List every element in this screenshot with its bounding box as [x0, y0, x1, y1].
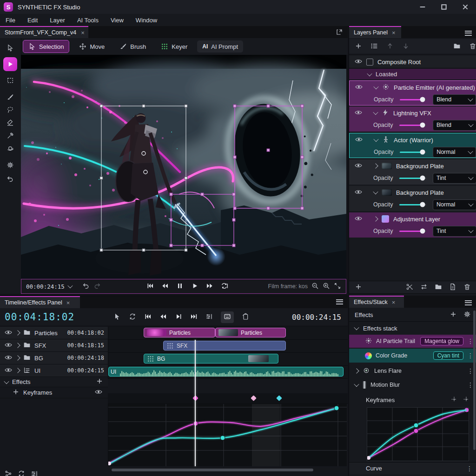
clip-particles-1[interactable]: Particles: [144, 328, 215, 337]
popout-icon[interactable]: [336, 28, 343, 37]
undo-tool-icon[interactable]: [3, 173, 17, 185]
chevron-right-icon[interactable]: [373, 163, 378, 168]
clip-sfx[interactable]: SFX: [163, 341, 286, 350]
timeline-select-icon[interactable]: [113, 313, 121, 322]
menu-item-file[interactable]: File: [6, 17, 15, 24]
add-layer-icon[interactable]: [355, 42, 362, 51]
effect-row-color-grade[interactable]: Color Grade Cyan tint ⋮: [349, 349, 476, 363]
keyframes-row[interactable]: Keyframes: [0, 387, 108, 398]
zoom-in-icon[interactable]: [323, 282, 330, 291]
lane-bg[interactable]: BG: [108, 353, 348, 366]
play-icon[interactable]: [191, 282, 198, 291]
tool-ai-prompt-button[interactable]: AI AI Prompt: [197, 40, 243, 53]
effect-row-lens-flare[interactable]: Lens Flare ⋮: [349, 364, 476, 377]
timeline-loop-icon[interactable]: [129, 313, 136, 322]
track-row-particles[interactable]: Particles 00:04:18:02: [0, 327, 108, 339]
chevron-down-icon[interactable]: [354, 382, 359, 387]
blend-mode-dropdown[interactable]: Tint: [433, 226, 476, 237]
track-row-ui[interactable]: UI 00:00:24:15: [0, 364, 108, 377]
layer-row-particle-emitter[interactable]: Particle Emitter (AI generated) Opacity …: [349, 80, 476, 106]
blend-mode-dropdown[interactable]: Blend: [433, 94, 476, 105]
loop-icon[interactable]: [221, 282, 228, 291]
composition-viewport[interactable]: [21, 55, 346, 279]
track-row-bg[interactable]: BG 00:00:24:18: [0, 352, 108, 364]
timeline-tab-close-icon[interactable]: ×: [66, 299, 70, 306]
skip-start-icon[interactable]: [146, 282, 154, 291]
timeline-step-forward-icon[interactable]: [175, 313, 182, 322]
opacity-slider[interactable]: [400, 152, 426, 153]
effect-options-icon[interactable]: ⋮: [467, 337, 474, 345]
curve-editor[interactable]: [108, 404, 347, 466]
layer-row-lightning-vfx[interactable]: Lightning VFX Opacity Blend: [349, 106, 476, 132]
document-icon[interactable]: [449, 283, 456, 292]
timeline-sliders-icon[interactable]: [205, 313, 213, 322]
opacity-slider[interactable]: [400, 99, 426, 100]
chevron-right-icon[interactable]: [373, 216, 378, 221]
timeline-tab[interactable]: Timeline/Effects Panel ×: [0, 296, 80, 308]
chevron-right-icon[interactable]: [15, 368, 20, 373]
eye-icon[interactable]: [355, 58, 362, 66]
eye-icon[interactable]: [355, 188, 362, 197]
viewport-timecode[interactable]: 00:00:24:15: [26, 283, 65, 290]
play-tool-icon[interactable]: [3, 57, 17, 71]
effects-stack-group[interactable]: Effects stack: [349, 323, 476, 334]
minimize-button[interactable]: [412, 0, 433, 14]
eye-icon[interactable]: [355, 83, 363, 92]
menu-item-view[interactable]: View: [111, 17, 124, 24]
layer-row-background-plate-2[interactable]: Background Plate Opacity Normal: [349, 186, 476, 211]
eye-icon[interactable]: [5, 354, 12, 363]
eye-icon[interactable]: [5, 329, 12, 337]
eye-icon[interactable]: [95, 388, 102, 397]
settings-tool-icon[interactable]: [3, 159, 17, 171]
timeline-skip-end-icon[interactable]: [190, 313, 198, 322]
chevron-down-icon[interactable]: [373, 110, 378, 115]
chevron-right-icon[interactable]: [15, 355, 20, 360]
eraser-tool-icon[interactable]: [3, 117, 17, 129]
cut-icon[interactable]: [406, 283, 413, 292]
tool-brush-button[interactable]: Brush: [114, 40, 151, 53]
lane-particles[interactable]: Particles Particles: [108, 327, 348, 340]
chevron-down-icon[interactable]: [373, 189, 378, 194]
layer-checkbox[interactable]: [366, 59, 373, 66]
maximize-button[interactable]: [433, 0, 455, 14]
folder-icon[interactable]: [435, 283, 442, 292]
timecode-dropdown-icon[interactable]: [67, 283, 73, 288]
layer-row-background-plate-1[interactable]: Background Plate Opacity Tint: [349, 159, 476, 185]
eye-icon[interactable]: [355, 162, 362, 171]
scrollbar-thumb[interactable]: [112, 469, 313, 471]
eye-icon[interactable]: [5, 366, 12, 375]
close-button[interactable]: [455, 0, 476, 14]
keyframe-marker-row[interactable]: [108, 393, 348, 404]
trash-icon[interactable]: [463, 283, 471, 292]
fit-view-icon[interactable]: [334, 282, 341, 291]
chevron-right-icon[interactable]: [354, 368, 359, 373]
track-row-sfx[interactable]: SFX 00:04:18:15: [0, 339, 108, 352]
layers-menu-icon[interactable]: [465, 29, 472, 37]
sync-status-icon[interactable]: [18, 470, 25, 476]
effects-group-row[interactable]: Effects: [0, 377, 108, 387]
chevron-right-icon[interactable]: [15, 343, 20, 348]
curve-row[interactable]: Curve ⋮: [349, 462, 476, 474]
timeline-rewind-icon[interactable]: [159, 313, 167, 322]
blend-mode-dropdown[interactable]: Blend: [433, 120, 476, 131]
effect-options-icon[interactable]: ⋮: [467, 381, 474, 389]
layers-panel-tab[interactable]: Layers Panel ×: [349, 26, 401, 38]
pause-icon[interactable]: [176, 282, 184, 291]
chevron-down-icon[interactable]: [354, 325, 359, 330]
curve-options-icon[interactable]: ⋮: [466, 465, 473, 472]
layer-group-icon[interactable]: [453, 42, 461, 51]
vertical-scrollbar[interactable]: [473, 311, 476, 450]
eye-icon[interactable]: [355, 215, 362, 224]
eye-icon[interactable]: [5, 341, 12, 350]
add-keyframe-icon[interactable]: [12, 388, 20, 397]
move-keyframe-icon[interactable]: [450, 396, 458, 404]
brush-tool-icon[interactable]: [3, 91, 17, 103]
effects-panel-tab[interactable]: Effects/Stack ×: [349, 296, 404, 308]
timeline-menu-icon[interactable]: [336, 298, 343, 307]
timeline-copy-icon[interactable]: [242, 313, 249, 322]
chevron-down-icon[interactable]: [373, 137, 378, 142]
effect-options-icon[interactable]: ⋮: [467, 367, 474, 375]
menu-item-window[interactable]: Window: [136, 17, 157, 24]
layer-row-actor-warrior[interactable]: Actor (Warrior) Opacity Normal: [349, 133, 476, 158]
undo-icon[interactable]: [82, 282, 90, 291]
